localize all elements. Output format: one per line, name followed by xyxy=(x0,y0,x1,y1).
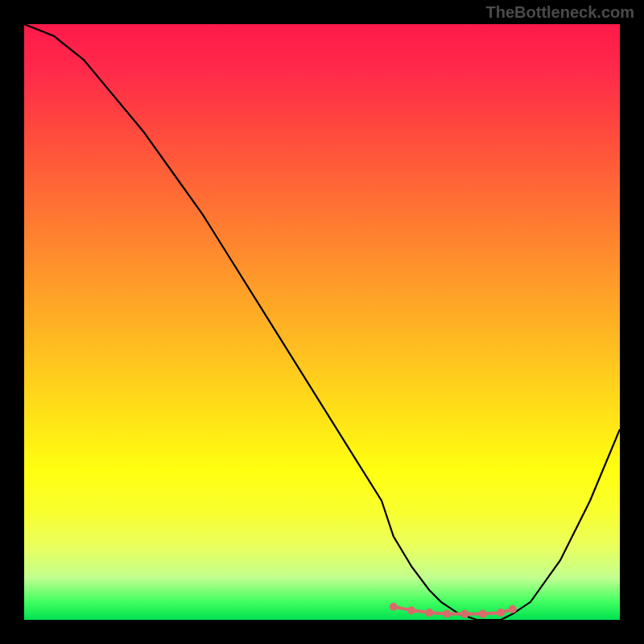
optimal-marker-dot xyxy=(461,610,469,618)
watermark-text: TheBottleneck.com xyxy=(486,3,634,22)
optimal-marker-dot xyxy=(479,610,487,618)
optimal-marker-dot xyxy=(425,609,433,617)
optimal-marker-dot xyxy=(443,610,451,618)
optimal-marker-dot xyxy=(497,609,505,617)
plot-area xyxy=(24,24,620,620)
bottleneck-curve-line xyxy=(24,24,620,620)
optimal-marker-dot xyxy=(509,605,517,613)
chart-svg xyxy=(24,24,620,620)
optimal-marker-dot xyxy=(407,606,415,614)
optimal-marker-dot xyxy=(390,603,398,611)
